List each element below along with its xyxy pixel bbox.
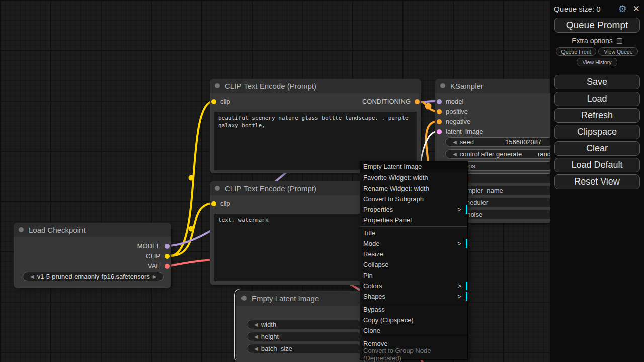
decrement-icon[interactable]: ◀ <box>453 151 457 157</box>
output-slot-model[interactable]: MODEL <box>137 242 170 250</box>
node-title: KSampler <box>450 82 484 90</box>
prev-option-icon[interactable]: ◀ <box>30 274 34 279</box>
node-load-checkpoint[interactable]: Load Checkpoint MODEL CLIP VAE ◀ v1-5-pr… <box>14 223 171 288</box>
widget-label: control after generate <box>460 150 522 158</box>
clipspace-button[interactable]: Clipspace <box>554 125 640 139</box>
submenu-indicator <box>466 239 467 248</box>
latent-slot-dot[interactable] <box>437 129 442 134</box>
slot-label: model <box>446 98 463 105</box>
collapse-dot-icon[interactable] <box>440 83 445 88</box>
clear-button[interactable]: Clear <box>554 141 640 156</box>
menu-separator <box>360 226 467 227</box>
widget-ckpt-name[interactable]: ◀ v1-5-pruned-emaonly-fp16.safetensors ▶ <box>23 272 164 281</box>
menu-item-properties-panel[interactable]: Properties Panel <box>360 215 467 225</box>
menu-item-pin[interactable]: Pin <box>360 270 467 281</box>
menu-item-shapes[interactable]: Shapes > <box>360 291 467 302</box>
widget-label: batch_size <box>261 345 292 352</box>
close-icon[interactable]: ✕ <box>633 5 640 13</box>
menu-separator <box>360 337 467 337</box>
context-menu-header: Empty Latent Image <box>360 161 467 172</box>
submenu-arrow-icon: > <box>457 206 461 213</box>
vae-slot-dot[interactable] <box>165 264 170 269</box>
widget-label: width <box>261 321 276 328</box>
input-slot-positive[interactable]: positive <box>437 108 468 115</box>
menu-item-copy-clipspace[interactable]: Copy (Clipspace) <box>360 315 467 325</box>
ckpt-name-value: v1-5-pruned-emaonly-fp16.safetensors <box>37 273 150 280</box>
menu-item-title[interactable]: Title <box>360 228 467 238</box>
input-slot-clip[interactable]: clip <box>211 98 230 105</box>
menu-item-bypass[interactable]: Bypass <box>360 304 467 315</box>
view-history-button[interactable]: View History <box>577 58 617 66</box>
extra-options-label: Extra options <box>572 37 613 45</box>
menu-item-convert-to-group-node[interactable]: Convert to Group Node (Deprecated) <box>360 349 467 359</box>
node-title-bar[interactable]: CLIP Text Encode (Prompt) <box>210 79 421 93</box>
decrement-icon[interactable]: ◀ <box>254 346 258 351</box>
load-button[interactable]: Load <box>554 92 640 106</box>
menu-item-convert-to-subgraph[interactable]: Convert to Subgraph <box>360 194 467 204</box>
queue-front-button[interactable]: Queue Front <box>556 47 597 56</box>
collapse-dot-icon[interactable] <box>19 227 24 232</box>
queue-prompt-button[interactable]: Queue Prompt <box>554 18 640 33</box>
output-slot-conditioning[interactable]: CONDITIONING <box>362 98 420 105</box>
input-slot-negative[interactable]: negative <box>437 118 470 125</box>
refresh-button[interactable]: Refresh <box>554 108 640 123</box>
menu-item-properties[interactable]: Properties > <box>360 204 467 215</box>
widget-value: 1566802087 <box>505 138 541 146</box>
queue-size-label: Queue size: 0 <box>554 5 601 13</box>
submenu-arrow-icon: > <box>457 282 461 290</box>
settings-gear-icon[interactable]: ⚙ <box>618 4 627 14</box>
clip-slot-dot[interactable] <box>211 201 216 206</box>
graph-canvas[interactable]: CLIP Text Encode (Prompt) clip CONDITION… <box>0 0 644 362</box>
decrement-icon[interactable]: ◀ <box>254 334 258 339</box>
collapse-dot-icon[interactable] <box>242 296 247 301</box>
conditioning-slot-dot[interactable] <box>437 109 442 114</box>
slot-label: VAE <box>148 262 160 270</box>
slot-label: negative <box>446 118 470 125</box>
link-dot-clip-2[interactable] <box>189 226 194 232</box>
save-button[interactable]: Save <box>554 75 640 89</box>
load-default-button[interactable]: Load Default <box>554 158 640 172</box>
collapse-dot-icon[interactable] <box>215 186 220 191</box>
node-title-bar[interactable]: Load Checkpoint <box>14 223 171 237</box>
next-option-icon[interactable]: ▶ <box>153 274 157 279</box>
menu-item-colors[interactable]: Colors > <box>360 281 467 291</box>
submenu-indicator <box>466 282 467 290</box>
slot-label: clip <box>220 200 230 207</box>
node-title: Load Checkpoint <box>29 226 86 234</box>
menu-separator <box>360 303 467 303</box>
submenu-arrow-icon: > <box>457 293 461 300</box>
conditioning-slot-dot[interactable] <box>437 119 442 124</box>
menu-item-rename-widget[interactable]: Rename Widget: width <box>360 183 467 194</box>
extra-options-checkbox[interactable] <box>617 38 622 44</box>
submenu-arrow-icon: > <box>457 240 461 247</box>
view-queue-button[interactable]: View Queue <box>598 47 638 56</box>
slot-label: clip <box>220 98 230 105</box>
slot-label: positive <box>446 108 468 115</box>
collapse-dot-icon[interactable] <box>215 83 220 88</box>
submenu-indicator <box>466 205 467 214</box>
menu-item-favorite-widget[interactable]: Favorite Widget: width <box>360 172 467 183</box>
menu-item-mode[interactable]: Mode > <box>360 238 467 249</box>
decrement-icon[interactable]: ◀ <box>453 139 457 145</box>
reset-view-button[interactable]: Reset View <box>554 174 640 189</box>
conditioning-slot-dot[interactable] <box>415 99 420 104</box>
node-clip-text-encode-positive[interactable]: CLIP Text Encode (Prompt) clip CONDITION… <box>210 79 421 173</box>
decrement-icon[interactable]: ◀ <box>254 322 258 327</box>
menu-item-clone[interactable]: Clone <box>360 325 467 336</box>
slot-label: MODEL <box>137 242 160 250</box>
input-slot-latent-image[interactable]: latent_image <box>437 128 483 135</box>
clip-slot-dot[interactable] <box>211 99 216 104</box>
output-slot-clip[interactable]: CLIP <box>146 252 170 260</box>
menu-item-resize[interactable]: Resize <box>360 249 467 259</box>
link-dot-conditioning[interactable] <box>425 103 432 110</box>
node-title: CLIP Text Encode (Prompt) <box>225 184 316 193</box>
menu-item-collapse[interactable]: Collapse <box>360 259 467 270</box>
input-slot-clip[interactable]: clip <box>211 200 230 207</box>
model-slot-dot[interactable] <box>165 244 170 249</box>
widget-label: seed <box>460 138 474 146</box>
model-slot-dot[interactable] <box>437 99 442 104</box>
clip-slot-dot[interactable] <box>165 254 170 259</box>
input-slot-model[interactable]: model <box>437 98 463 105</box>
output-slot-vae[interactable]: VAE <box>148 262 170 270</box>
link-dot-clip-1[interactable] <box>189 175 194 181</box>
